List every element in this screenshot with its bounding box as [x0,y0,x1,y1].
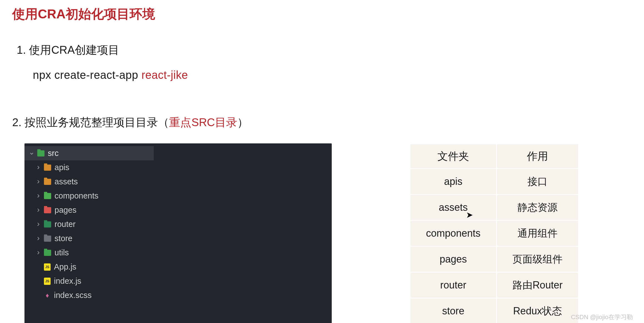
js-file-icon: JS [44,278,51,285]
tree-label: store [55,234,72,243]
tree-folder-assets[interactable]: assets [24,175,154,189]
tree-file-index-js[interactable]: JS index.js [24,274,154,288]
tree-root-src[interactable]: src [24,146,154,160]
tree-folder-components[interactable]: components [24,189,154,203]
tree-label: utils [55,248,69,257]
table-row: components 通用组件 [410,221,578,246]
chevron-right-icon[interactable] [35,220,42,229]
table-row: pages 页面级组件 [410,247,578,272]
chevron-right-icon[interactable] [35,206,42,215]
folder-icon [44,179,51,185]
table-header-folder: 文件夹 [410,144,496,168]
folder-icon [44,193,51,199]
tree-folder-router[interactable]: router [24,217,154,231]
table-cell-folder: assets [410,195,496,220]
tree-folder-pages[interactable]: pages [24,203,154,217]
table-cell-folder: apis [410,169,496,194]
table-header-desc: 作用 [497,144,578,168]
table-cell-folder: pages [410,247,496,272]
table-cell-desc: Redux状态 [497,298,578,323]
table-row: apis 接口 [410,169,578,194]
tree-label: assets [55,177,78,186]
tree-root-label: src [48,149,59,158]
page-title: 使用CRA初始化项目环境 [0,0,644,23]
tree-folder-apis[interactable]: apis [24,160,154,175]
folder-icon [44,250,51,256]
folder-icon [37,150,44,156]
folder-icon [44,165,51,171]
step-2-highlight: 重点SRC目录 [169,116,237,128]
command-argument: react-jike [142,69,188,81]
tree-label: apis [55,163,69,172]
tree-label: pages [55,205,76,215]
table-cell-folder: router [410,273,496,298]
chevron-down-icon[interactable] [28,149,35,158]
step-2-prefix: 2. 按照业务规范整理项目目录（ [12,116,169,128]
table-row: router 路由Router [410,273,578,298]
watermark: CSDN @jiojio在学习勒 [571,313,633,321]
chevron-right-icon[interactable] [35,234,42,243]
tree-file-app-js[interactable]: JS App.js [24,260,154,274]
tree-folder-utils[interactable]: utils [24,246,154,260]
table-cell-folder: components [410,221,496,246]
chevron-right-icon[interactable] [35,163,42,172]
table-cell-desc: 页面级组件 [497,247,578,272]
table-cell-folder: store [410,298,496,323]
tree-label: App.js [54,262,76,271]
table-cell-desc: 接口 [497,169,578,194]
chevron-right-icon[interactable] [35,177,42,186]
folder-icon [44,221,51,227]
step-2-suffix: ） [237,116,248,128]
tree-label: components [55,191,98,200]
folder-icon [44,236,51,242]
file-tree-panel: src apis assets components [24,143,332,323]
command-prefix: npx create-react-app [33,69,142,81]
tree-folder-store[interactable]: store [24,231,154,246]
chevron-right-icon[interactable] [35,192,42,200]
table-row: store Redux状态 [410,298,578,323]
folder-description-table: 文件夹 作用 apis 接口 assets 静态资源 components 通用… [410,143,579,323]
step-1-heading: 1. 使用CRA创建项目 [0,23,644,58]
table-cell-desc: 路由Router [497,273,578,298]
tree-label: router [55,220,76,229]
scss-file-icon: ♦ [44,292,51,299]
step-2-heading: 2. 按照业务规范整理项目目录（重点SRC目录） [0,81,644,130]
table-row: assets 静态资源 [410,195,578,220]
tree-label: index.scss [54,291,91,300]
tree-label: index.js [54,276,81,286]
command-line: npx create-react-app react-jike [0,58,644,81]
js-file-icon: JS [44,263,51,271]
table-cell-desc: 通用组件 [497,221,578,246]
tree-file-index-scss[interactable]: ♦ index.scss [24,288,154,302]
chevron-right-icon[interactable] [35,248,42,257]
folder-icon [44,207,51,213]
table-cell-desc: 静态资源 [497,195,578,220]
